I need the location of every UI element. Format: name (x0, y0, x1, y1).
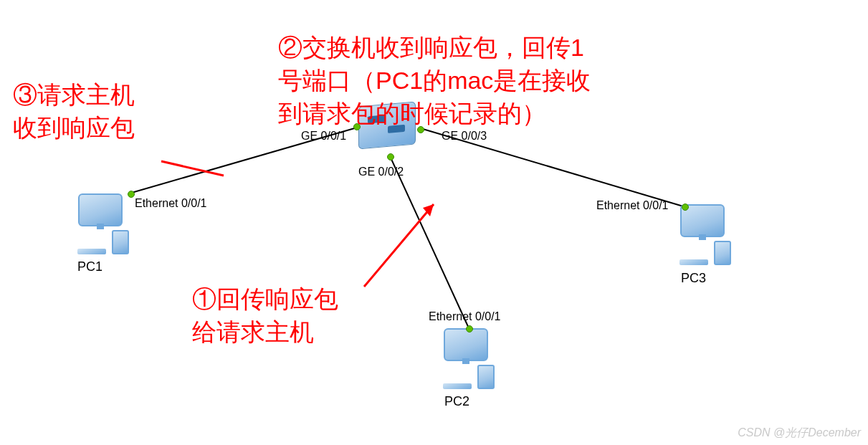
pc2-device (437, 328, 495, 389)
annotation-step1: ①回传响应包给请求主机 (192, 283, 338, 349)
annotation-step3: ③请求主机收到响应包 (13, 79, 135, 145)
svg-line-2 (391, 158, 469, 330)
switch-port2-label: GE 0/0/2 (358, 166, 404, 178)
pc2-port-label: Ethernet 0/0/1 (429, 310, 501, 323)
node-dot (387, 153, 394, 161)
pc1-device (72, 193, 129, 254)
switch-port3-label: GE 0/0/3 (442, 130, 487, 143)
pc3-device (674, 204, 731, 265)
svg-line-3 (364, 204, 434, 287)
pc2-label: PC2 (444, 394, 469, 409)
pc1-label: PC1 (77, 259, 102, 274)
pc3-port-label: Ethernet 0/0/1 (596, 199, 669, 212)
node-dot (466, 325, 473, 332)
annotation-step2: ②交换机收到响应包，回传1号端口（PC1的mac是在接收到请求包的时候记录的） (278, 32, 591, 130)
watermark: CSDN @光仔December (738, 426, 861, 441)
node-dot (128, 191, 135, 198)
pc3-label: PC3 (681, 271, 706, 286)
node-dot (682, 204, 689, 211)
switch-port1-label: GE 0/0/1 (301, 130, 346, 143)
pc1-port-label: Ethernet 0/0/1 (135, 197, 207, 210)
